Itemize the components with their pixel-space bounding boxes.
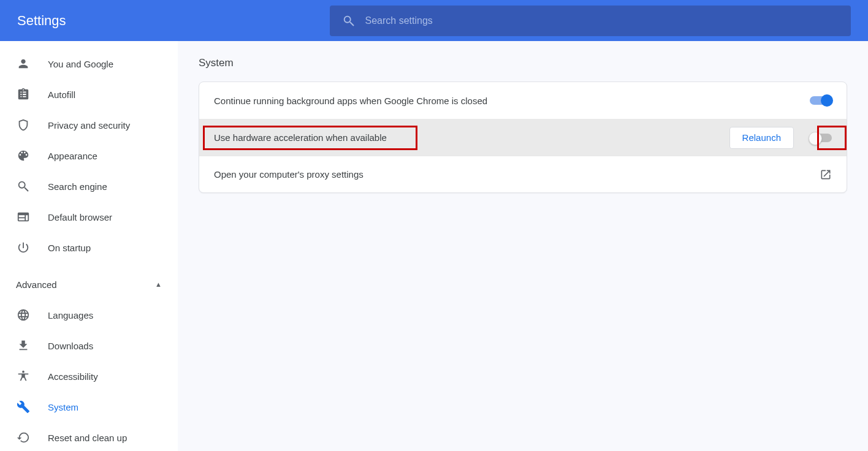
toggle-background-apps[interactable] — [810, 96, 832, 105]
power-icon — [16, 240, 31, 255]
restore-icon — [16, 430, 31, 445]
page-title: System — [199, 57, 847, 69]
sidebar-item-system[interactable]: System — [0, 392, 178, 422]
relaunch-button[interactable]: Relaunch — [729, 127, 794, 149]
browser-icon — [16, 210, 31, 224]
palette-icon — [16, 148, 31, 163]
sidebar-item-default-browser[interactable]: Default browser — [0, 202, 178, 232]
sidebar-label: Autofill — [48, 89, 75, 100]
sidebar-item-you-and-google[interactable]: You and Google — [0, 48, 178, 79]
shield-icon — [16, 118, 31, 132]
row-hardware-acceleration: Use hardware acceleration when available… — [199, 119, 847, 156]
sidebar-item-search-engine[interactable]: Search engine — [0, 171, 178, 202]
sidebar-item-privacy-security[interactable]: Privacy and security — [0, 110, 178, 140]
sidebar-label: Downloads — [48, 341, 93, 351]
search-input[interactable] — [365, 15, 839, 26]
sidebar-label: Search engine — [48, 181, 107, 192]
sidebar-item-reset[interactable]: Reset and clean up — [0, 422, 178, 451]
row-label: Continue running background apps when Go… — [214, 96, 487, 106]
sidebar-item-downloads[interactable]: Downloads — [0, 330, 178, 361]
app-title: Settings — [17, 13, 66, 29]
person-icon — [16, 56, 31, 71]
search-icon — [16, 179, 31, 194]
clipboard-icon — [16, 87, 31, 102]
sidebar-advanced-label: Advanced — [16, 279, 57, 290]
sidebar-item-appearance[interactable]: Appearance — [0, 140, 178, 171]
sidebar-label: Reset and clean up — [48, 433, 127, 443]
sidebar: You and Google Autofill Privacy and secu… — [0, 41, 178, 451]
sidebar-advanced-header[interactable]: Advanced ▲ — [0, 269, 178, 300]
sidebar-label: Default browser — [48, 212, 112, 222]
open-external-icon — [820, 169, 832, 181]
sidebar-item-languages[interactable]: Languages — [0, 300, 178, 330]
row-label: Use hardware acceleration when available — [214, 132, 387, 143]
sidebar-item-accessibility[interactable]: Accessibility — [0, 361, 178, 392]
row-background-apps: Continue running background apps when Go… — [199, 82, 847, 119]
row-label: Open your computer's proxy settings — [214, 169, 364, 180]
row-proxy-settings[interactable]: Open your computer's proxy settings — [199, 156, 847, 192]
sidebar-label: Privacy and security — [48, 120, 130, 131]
sidebar-label: On startup — [48, 243, 91, 253]
sidebar-label: System — [48, 402, 78, 412]
header: Settings — [0, 0, 868, 41]
sidebar-label: Appearance — [48, 151, 97, 161]
sidebar-item-on-startup[interactable]: On startup — [0, 232, 178, 263]
search-icon — [342, 14, 356, 28]
toggle-hardware-acceleration[interactable] — [810, 134, 832, 142]
main: System Continue running background apps … — [178, 41, 868, 451]
search-container[interactable] — [330, 6, 851, 36]
accessibility-icon — [16, 369, 31, 384]
wrench-icon — [16, 400, 31, 414]
sidebar-label: Accessibility — [48, 371, 98, 382]
sidebar-label: You and Google — [48, 59, 113, 69]
download-icon — [16, 338, 31, 353]
globe-icon — [16, 308, 31, 322]
system-card: Continue running background apps when Go… — [199, 81, 847, 193]
chevron-up-icon: ▲ — [155, 281, 162, 288]
sidebar-item-autofill[interactable]: Autofill — [0, 79, 178, 110]
sidebar-label: Languages — [48, 310, 93, 320]
